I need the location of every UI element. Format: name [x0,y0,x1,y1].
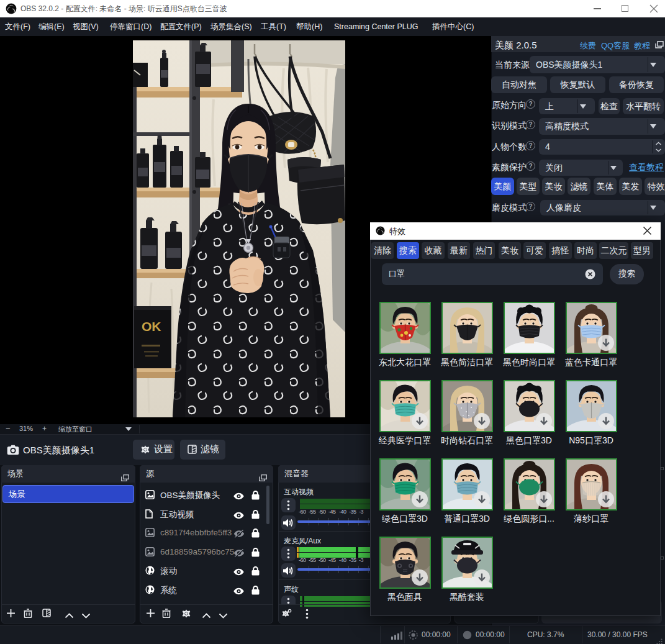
svg-text:OK: OK [142,319,161,333]
